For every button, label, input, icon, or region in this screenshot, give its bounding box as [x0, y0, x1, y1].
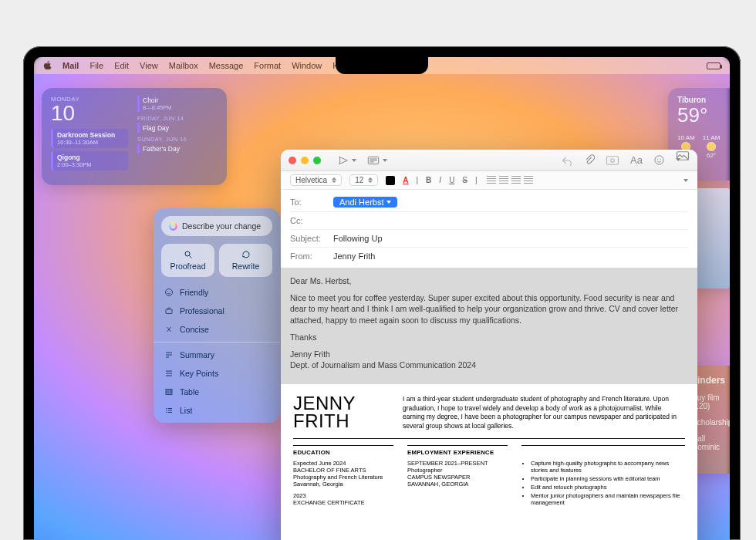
weather-temp: 59°: [677, 104, 728, 127]
device-bezel: Mail File Edit View Mailbox Message Form…: [23, 46, 741, 540]
menu-app[interactable]: Mail: [62, 61, 79, 70]
emoji-icon[interactable]: [653, 154, 665, 166]
tone-concise[interactable]: Concise: [154, 320, 280, 339]
svg-point-7: [166, 408, 167, 409]
svg-line-1: [189, 256, 191, 258]
subject-field[interactable]: Following Up: [333, 234, 383, 243]
tone-friendly[interactable]: Friendly: [154, 283, 280, 302]
transform-keypoints[interactable]: Key Points: [154, 364, 280, 383]
align-buttons[interactable]: [485, 176, 535, 185]
menu-format[interactable]: Format: [254, 61, 281, 70]
list-icon: [367, 156, 380, 165]
menu-window[interactable]: Window: [292, 61, 322, 70]
rewrite-icon: [241, 250, 251, 259]
briefcase-icon: [164, 306, 174, 316]
menu-mailbox[interactable]: Mailbox: [169, 61, 198, 70]
svg-point-4: [170, 292, 170, 292]
font-select[interactable]: Helvetica: [290, 174, 342, 186]
svg-point-3: [167, 292, 168, 292]
header-fields-button[interactable]: [367, 156, 387, 165]
mail-headers: To: Andi Herbst Cc: Subject:Following Up…: [281, 190, 697, 268]
calendar-widget[interactable]: MONDAY 10 Darkroom Session 10:30–11:30AM…: [42, 88, 227, 185]
from-field[interactable]: Jenny Frith: [333, 251, 375, 261]
menu-file[interactable]: File: [89, 61, 103, 70]
transform-summary[interactable]: Summary: [154, 346, 280, 364]
calendar-event: Choir 8—8:45PM: [137, 96, 187, 112]
format-bar: Helvetica 12 A | B I U S |: [281, 171, 697, 190]
close-button[interactable]: [289, 157, 296, 164]
font-size-select[interactable]: 12: [349, 174, 378, 186]
send-button[interactable]: [338, 155, 356, 166]
resume-attachment: JENNY FRITH I am a third-year student un…: [281, 384, 697, 540]
media-button[interactable]: [676, 150, 690, 170]
calendar-event: Qigong 2:00–3:30PM: [51, 151, 128, 170]
svg-rect-11: [607, 156, 619, 164]
table-icon: [164, 387, 174, 397]
svg-rect-6: [166, 390, 172, 395]
underline-button[interactable]: U: [449, 176, 454, 184]
svg-point-14: [657, 159, 658, 160]
cc-field[interactable]: [333, 216, 688, 225]
tone-professional[interactable]: Professional: [154, 302, 280, 320]
battery-icon[interactable]: [707, 62, 721, 69]
magnify-icon: [184, 250, 193, 259]
smile-icon: [164, 288, 174, 297]
italic-button[interactable]: I: [439, 176, 441, 184]
transform-table[interactable]: Table: [154, 383, 280, 401]
svg-point-9: [166, 412, 167, 413]
undo-icon[interactable]: [561, 155, 573, 166]
screen: Mail File Edit View Mailbox Message Form…: [34, 57, 730, 540]
calendar-event: Darkroom Session 10:30–11:30AM: [51, 129, 128, 148]
text-color-button[interactable]: A: [403, 176, 408, 184]
photo-icon[interactable]: [606, 155, 619, 166]
sparkle-icon: [169, 222, 177, 231]
camera-notch: [336, 57, 428, 74]
recipient-pill[interactable]: Andi Herbst: [333, 197, 397, 208]
svg-point-2: [166, 289, 173, 296]
proofread-button[interactable]: Proofread: [161, 244, 214, 277]
calendar-event: Father's Day: [137, 144, 187, 154]
writing-tools-panel: Describe your change Proofread Rewrite F…: [154, 208, 280, 423]
describe-change-input[interactable]: Describe your change: [161, 216, 272, 236]
keypoints-icon: [164, 369, 174, 378]
concise-icon: [164, 325, 174, 334]
mail-compose-window: Aa Helvetica 12 A | B I U S | To: [281, 150, 697, 540]
summary-icon: [164, 350, 174, 359]
svg-rect-5: [166, 309, 172, 314]
mail-body[interactable]: Dear Ms. Herbst, Nice to meet you for co…: [281, 268, 697, 384]
color-swatch[interactable]: [386, 176, 395, 185]
svg-point-15: [660, 159, 661, 160]
zoom-button[interactable]: [313, 157, 321, 164]
sun-icon: [707, 143, 715, 150]
apple-icon[interactable]: [43, 61, 52, 70]
format-button[interactable]: Aa: [630, 154, 643, 166]
menu-view[interactable]: View: [140, 61, 158, 70]
calendar-event: Flag Day: [137, 123, 187, 133]
menu-edit[interactable]: Edit: [114, 61, 129, 70]
paperplane-icon: [338, 155, 349, 166]
svg-point-0: [185, 251, 190, 256]
chevron-right-icon[interactable]: [683, 179, 688, 182]
attach-icon[interactable]: [584, 154, 595, 167]
window-titlebar[interactable]: Aa: [281, 150, 697, 171]
svg-point-8: [166, 410, 167, 410]
strike-button[interactable]: S: [462, 176, 467, 184]
svg-point-12: [611, 158, 615, 162]
menu-message[interactable]: Message: [209, 61, 244, 70]
svg-point-13: [655, 156, 663, 164]
rewrite-button[interactable]: Rewrite: [219, 244, 272, 277]
list-icon: [164, 406, 174, 415]
transform-list[interactable]: List: [154, 401, 280, 423]
calendar-date: 10: [51, 103, 128, 124]
bold-button[interactable]: B: [426, 176, 431, 184]
minimize-button[interactable]: [301, 157, 309, 164]
